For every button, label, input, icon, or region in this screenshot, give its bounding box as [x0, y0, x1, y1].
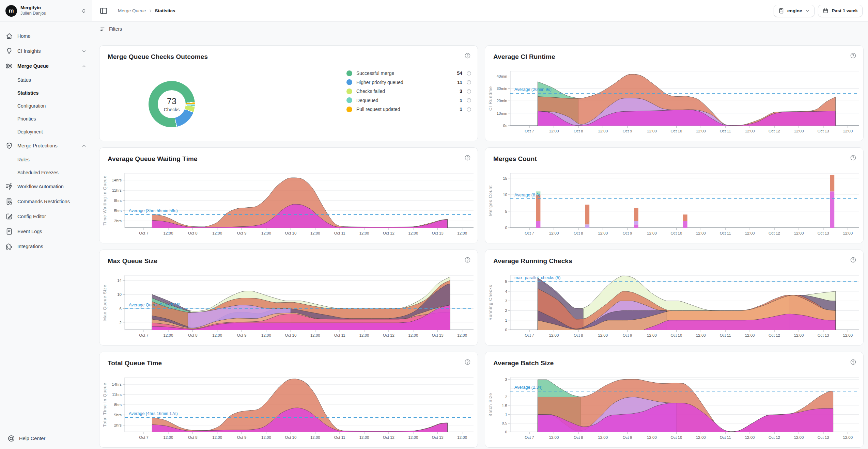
sidebar-item-config-editor[interactable]: Config Editor [0, 209, 92, 224]
info-circle-icon[interactable] [466, 71, 471, 76]
average-queue-waiting-time-chart[interactable]: Oct 712:00Oct 812:00Oct 912:00Oct 1012:0… [99, 165, 478, 237]
help-circle-icon[interactable] [850, 359, 856, 365]
filters-bar: Filters [92, 22, 868, 36]
sidebar-item-ci-insights[interactable]: CI Insights [0, 44, 92, 59]
lifebuoy-icon [7, 435, 15, 442]
sidebar-item-workflow-automation[interactable]: Workflow Automation [0, 179, 92, 194]
svg-text:Oct 9: Oct 9 [623, 333, 632, 337]
sidebar-item-rules[interactable]: Rules [0, 153, 92, 166]
svg-text:Oct 8: Oct 8 [188, 231, 197, 235]
svg-text:12:00: 12:00 [164, 435, 173, 439]
org-avatar: m [5, 5, 17, 17]
average-ci-runtime-chart[interactable]: Oct 712:00Oct 812:00Oct 912:00Oct 1012:0… [485, 63, 864, 135]
svg-text:Oct 8: Oct 8 [574, 333, 583, 337]
card-average-ci-runtime: Average CI Runtime Oct 712:00Oct 812:00O… [485, 45, 864, 141]
info-circle-icon[interactable] [466, 98, 471, 103]
svg-text:Oct 7: Oct 7 [139, 231, 148, 235]
sidebar-item-merge-queue[interactable]: Merge Queue [0, 59, 92, 74]
cards-grid: Merge Queue Checks Outcomes 73 Checks Su… [92, 36, 868, 449]
help-circle-icon[interactable] [850, 52, 856, 59]
svg-text:2: 2 [505, 308, 507, 312]
svg-text:Total Time in Queue: Total Time in Queue [103, 383, 107, 427]
info-circle-icon[interactable] [466, 107, 471, 112]
sidebar-item-statistics[interactable]: Statistics [0, 86, 92, 99]
card-title: Merges Count [493, 155, 855, 163]
svg-text:12:00: 12:00 [598, 435, 608, 439]
sidebar-item-home[interactable]: Home [0, 29, 92, 44]
svg-text:Oct 12: Oct 12 [383, 435, 394, 439]
svg-text:Merges Count: Merges Count [488, 185, 493, 216]
help-circle-icon[interactable] [464, 52, 471, 59]
svg-text:12:00: 12:00 [843, 231, 853, 235]
svg-text:Oct 8: Oct 8 [574, 435, 583, 439]
svg-text:Oct 7: Oct 7 [525, 435, 534, 439]
donut-total-label: Checks [164, 107, 180, 112]
sidebar-item-scheduled-freezes[interactable]: Scheduled Freezes [0, 166, 92, 179]
breadcrumb-parent[interactable]: Merge Queue [118, 8, 146, 13]
svg-text:11hrs: 11hrs [112, 392, 122, 397]
legend-color-dot [346, 79, 352, 85]
average-batch-size-chart[interactable]: Oct 712:00Oct 812:00Oct 912:00Oct 1012:0… [485, 370, 864, 441]
svg-text:12:00: 12:00 [843, 129, 853, 133]
max-queue-size-chart[interactable]: Oct 712:00Oct 812:00Oct 912:00Oct 1012:0… [99, 268, 478, 339]
legend-item-dequeued[interactable]: Dequeued 1 [346, 96, 471, 105]
help-circle-icon[interactable] [464, 155, 471, 161]
help-circle-icon[interactable] [464, 257, 471, 263]
merges-count-chart[interactable]: Oct 712:00Oct 812:00Oct 912:00Oct 1012:0… [485, 165, 864, 237]
filter-icon[interactable] [100, 26, 106, 32]
sidebar-item-priorities[interactable]: Priorities [0, 112, 92, 125]
svg-text:12:00: 12:00 [164, 231, 173, 235]
merge-queue-icon [5, 62, 13, 70]
card-title: Average Batch Size [493, 359, 855, 367]
legend-item-checks-failed[interactable]: Checks failed 3 [346, 87, 471, 96]
sidebar-item-deployment[interactable]: Deployment [0, 125, 92, 138]
sidebar-item-status[interactable]: Status [0, 74, 92, 86]
info-circle-icon[interactable] [466, 89, 471, 94]
breadcrumb-current: Statistics [155, 8, 175, 13]
checks-outcomes-donut-chart[interactable]: 73 Checks [149, 81, 195, 127]
time-range-button[interactable]: Past 1 week [818, 5, 863, 17]
card-total-queue-time: Total Queue Time Oct 712:00Oct 812:00Oct… [99, 352, 478, 448]
help-circle-icon[interactable] [850, 155, 856, 161]
org-name: Mergifyio [20, 5, 78, 11]
legend-item-higher-priority-queued[interactable]: Higher priority queued 11 [346, 78, 471, 87]
svg-text:12:00: 12:00 [359, 435, 369, 439]
svg-text:Oct 10: Oct 10 [285, 231, 296, 235]
svg-text:8hrs: 8hrs [114, 403, 122, 407]
total-queue-time-chart[interactable]: Oct 712:00Oct 812:00Oct 912:00Oct 1012:0… [99, 370, 478, 441]
sidebar-toggle-icon[interactable] [99, 6, 108, 15]
legend-item-successful-merge[interactable]: Successful merge 54 [346, 69, 471, 78]
svg-text:Average Queue Size (5.96): Average Queue Size (5.96) [129, 303, 180, 307]
filters-label[interactable]: Filters [109, 26, 122, 32]
sidebar-item-integrations[interactable]: Integrations [0, 239, 92, 254]
sidebar-item-configuration[interactable]: Configuration [0, 99, 92, 112]
svg-text:Oct 10: Oct 10 [670, 333, 682, 337]
svg-text:Oct 10: Oct 10 [670, 231, 682, 235]
help-circle-icon[interactable] [850, 257, 856, 263]
svg-text:Oct 7: Oct 7 [525, 333, 534, 337]
svg-text:12:00: 12:00 [164, 333, 173, 337]
svg-text:5hrs: 5hrs [114, 209, 122, 213]
help-center-link[interactable]: Help Center [7, 435, 45, 442]
svg-text:Oct 10: Oct 10 [670, 435, 682, 439]
svg-text:Oct 11: Oct 11 [720, 435, 731, 439]
svg-text:Oct 11: Oct 11 [334, 231, 345, 235]
svg-text:40min: 40min [497, 74, 507, 78]
svg-text:Oct 9: Oct 9 [623, 435, 632, 439]
card-title: Average CI Runtime [493, 53, 855, 61]
sidebar-item-commands-restrictions[interactable]: Commands Restrictions [0, 194, 92, 209]
sidebar-item-event-logs[interactable]: Event Logs [0, 224, 92, 239]
repository-select-button[interactable]: engine [774, 5, 815, 17]
svg-text:Oct 11: Oct 11 [334, 435, 345, 439]
svg-text:6: 6 [120, 307, 122, 311]
help-circle-icon[interactable] [464, 359, 471, 365]
org-selector[interactable]: m Mergifyio Julien Danjou [0, 0, 92, 22]
svg-text:0: 0 [505, 226, 507, 230]
svg-text:max_parallel_checks (5): max_parallel_checks (5) [514, 275, 560, 280]
info-circle-icon[interactable] [466, 80, 471, 85]
card-average-batch-size: Average Batch Size Oct 712:00Oct 812:00O… [485, 352, 864, 448]
sidebar-item-merge-protections[interactable]: Merge Protections [0, 138, 92, 153]
average-running-checks-chart[interactable]: Oct 712:00Oct 812:00Oct 912:00Oct 1012:0… [485, 268, 864, 339]
svg-text:2hrs: 2hrs [114, 219, 122, 223]
legend-item-pull-request-updated[interactable]: Pull request updated 1 [346, 105, 471, 114]
